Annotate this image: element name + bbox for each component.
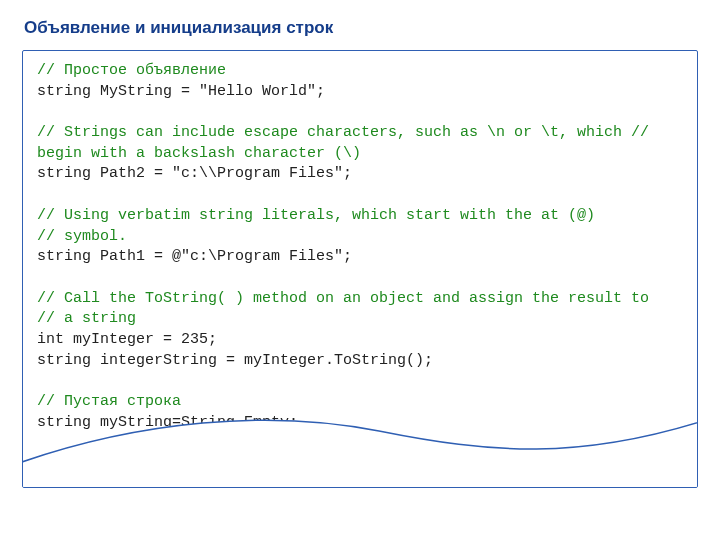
comment-line: // Пустая строка	[37, 393, 181, 410]
code-line: string integerString = myInteger.ToStrin…	[37, 352, 433, 369]
comment-line: // Strings can include escape characters…	[37, 124, 649, 141]
slide: Объявление и инициализация строк // Прос…	[0, 0, 720, 540]
code-line: string MyString = "Hello World";	[37, 83, 325, 100]
code-line: string Path1 = @"c:\Program Files";	[37, 248, 352, 265]
comment-line: // a string	[37, 310, 136, 327]
comment-line: // Простое объявление	[37, 62, 226, 79]
code-line: int myInteger = 235;	[37, 331, 217, 348]
comment-line: // Call the ToString( ) method on an obj…	[37, 290, 649, 307]
comment-line: begin with a backslash character (\)	[37, 145, 361, 162]
code-line: string Path2 = "c:\\Program Files";	[37, 165, 352, 182]
comment-line: // Using verbatim string literals, which…	[37, 207, 595, 224]
code-box: // Простое объявление string MyString = …	[22, 50, 698, 488]
slide-title: Объявление и инициализация строк	[24, 18, 698, 38]
comment-line: // symbol.	[37, 228, 127, 245]
code-line: string myString=String.Empty;	[37, 414, 298, 431]
